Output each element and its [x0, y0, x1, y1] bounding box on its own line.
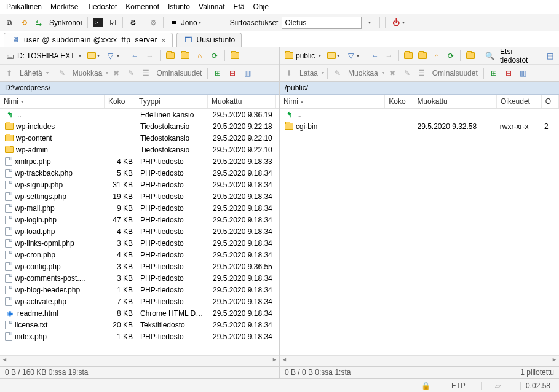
file-row[interactable]: wp-login.php47 KBPHP-tiedosto29.5.2020 9…	[0, 214, 279, 225]
new-minus-button[interactable]: ⊟	[226, 66, 239, 80]
file-row[interactable]: index.php1 KBPHP-tiedosto29.5.2020 9.18.…	[0, 331, 279, 342]
menu-etä[interactable]: Etä	[230, 1, 248, 12]
fwd-button[interactable]: →	[143, 49, 157, 63]
edit-icon[interactable]: ✎	[331, 66, 344, 80]
new-folder-button[interactable]: ⊞	[487, 66, 501, 80]
send-button[interactable]: Lähetä	[17, 69, 45, 77]
menu-istunto[interactable]: Istunto	[164, 1, 194, 12]
file-row[interactable]: ◉readme.html8 KBChrome HTML Do...29.5.20…	[0, 307, 279, 319]
home-button[interactable]: ⌂	[430, 49, 443, 63]
back-button[interactable]: ←	[129, 49, 142, 63]
compare-icon[interactable]: ⧉	[2, 16, 16, 29]
preset-dropdown-icon[interactable]: ▾	[363, 16, 376, 29]
transfer-settings-icon[interactable]: ⚙	[126, 16, 140, 29]
close-session-icon[interactable]: ×	[161, 36, 166, 45]
file-row[interactable]: wp-includesTiedostokansio29.5.2020 9.22.…	[0, 120, 279, 132]
file-row[interactable]: license.txt20 KBTekstitiedosto29.5.2020 …	[0, 319, 279, 331]
local-hscroll[interactable]	[0, 355, 279, 366]
file-row[interactable]: ↰..Edellinen kansio29.5.2020 9.36.19	[0, 109, 279, 120]
edit-button[interactable]: Muokkaa	[346, 69, 381, 77]
open-folder-dropdown[interactable]	[325, 49, 342, 63]
remote-hscroll[interactable]	[280, 355, 559, 366]
menu-merkitse[interactable]: Merkitse	[47, 1, 82, 12]
file-row[interactable]: wp-trackback.php5 KBPHP-tiedosto29.5.202…	[0, 167, 279, 179]
root-button[interactable]	[416, 49, 429, 63]
get-button[interactable]: Lataa	[297, 69, 320, 77]
props-button[interactable]: Ominaisuudet	[154, 69, 204, 77]
menu-ohje[interactable]: Ohje	[250, 1, 272, 12]
home-button[interactable]: ⌂	[193, 49, 207, 63]
edit-button[interactable]: Muokkaa	[70, 69, 105, 77]
remote-dir-select[interactable]: public	[282, 49, 323, 63]
menu-paikallinen[interactable]: Paikallinen	[2, 1, 46, 12]
file-row[interactable]: wp-mail.php9 KBPHP-tiedosto29.5.2020 9.1…	[0, 202, 279, 214]
file-row[interactable]: cgi-bin29.5.2020 9.32.58rwxr-xr-x2	[280, 120, 559, 132]
parent-button[interactable]	[402, 49, 415, 63]
queue-dropdown[interactable]: ≣ Jono	[167, 16, 203, 29]
download-icon[interactable]: ⬇	[282, 66, 296, 80]
new-minus-button[interactable]: ⊟	[502, 66, 515, 80]
file-row[interactable]: xmlrpc.php4 KBPHP-tiedosto29.5.2020 9.18…	[0, 155, 279, 167]
menu-valinnat[interactable]: Valinnat	[195, 1, 228, 12]
bookmark-button[interactable]	[464, 49, 477, 63]
disconnect-dropdown[interactable]: ⏻	[389, 16, 407, 29]
select-mask-button[interactable]: ▥	[240, 66, 254, 80]
filter-dropdown[interactable]: ▽	[343, 49, 362, 63]
file-row[interactable]: wp-activate.php7 KBPHP-tiedosto29.5.2020…	[0, 296, 279, 307]
remote-rows[interactable]: ↰..cgi-bin29.5.2020 9.32.58rwxr-xr-x2	[280, 109, 559, 355]
col-modified[interactable]: Muokattu	[208, 95, 276, 108]
file-row[interactable]: wp-blog-header.php1 KBPHP-tiedosto29.5.2…	[0, 284, 279, 296]
synchronize-button[interactable]: Synkronoi	[47, 18, 84, 27]
edit-icon[interactable]: ✎	[55, 66, 69, 80]
rename-button[interactable]: ✎	[124, 66, 138, 80]
rename-button[interactable]: ✎	[400, 66, 414, 80]
col-permissions[interactable]: Oikeudet	[497, 95, 542, 108]
local-drive-select[interactable]: 🖴 D: TOSHIBA EXT	[2, 49, 84, 63]
fwd-button[interactable]: →	[383, 49, 395, 63]
preferences-icon[interactable]: ☑	[106, 16, 119, 29]
col-type[interactable]: Tyyppi	[135, 95, 208, 108]
remote-path[interactable]: /public/	[280, 82, 559, 95]
root-button[interactable]	[178, 49, 192, 63]
sync-icon[interactable]: ⇆	[32, 16, 46, 29]
file-row[interactable]: ↰..	[280, 109, 559, 120]
local-path[interactable]: D:\wordpress\	[0, 82, 279, 95]
find-files-button[interactable]: Etsi tiedostot	[498, 47, 542, 65]
delete-button[interactable]: ✖	[386, 66, 399, 80]
refresh-button[interactable]: ⟳	[445, 49, 458, 63]
open-folder-dropdown[interactable]	[85, 49, 102, 63]
sync-browse-icon[interactable]: ⟲	[17, 16, 31, 29]
file-row[interactable]: wp-settings.php19 KBPHP-tiedosto29.5.202…	[0, 190, 279, 202]
session-tab-active[interactable]: 🖥 user @ subdomain @xxxx_ftp_server ×	[4, 33, 173, 47]
col-name[interactable]: Nimi▴	[280, 95, 385, 108]
file-row[interactable]: wp-adminTiedostokansio29.5.2020 9.22.10	[0, 144, 279, 155]
props-icon[interactable]: ☰	[139, 66, 153, 80]
delete-button[interactable]: ✖	[109, 66, 123, 80]
file-row[interactable]: wp-cron.php4 KBPHP-tiedosto29.5.2020 9.1…	[0, 249, 279, 261]
upload-icon[interactable]: ⬆	[2, 66, 16, 80]
col-owner[interactable]: O	[542, 95, 559, 108]
col-modified[interactable]: Muokattu	[413, 95, 497, 108]
parent-button[interactable]	[164, 49, 177, 63]
find-icon[interactable]: 🔍	[483, 49, 496, 63]
file-row[interactable]: wp-comments-post....3 KBPHP-tiedosto29.5…	[0, 272, 279, 284]
file-row[interactable]: wp-load.php4 KBPHP-tiedosto29.5.2020 9.1…	[0, 225, 279, 237]
menu-tiedostot[interactable]: Tiedostot	[83, 1, 121, 12]
refresh-button[interactable]: ⟳	[208, 49, 221, 63]
select-mask-button[interactable]: ▥	[517, 66, 530, 80]
new-folder-button[interactable]: ⊞	[211, 66, 224, 80]
new-session-tab[interactable]: 🗔 Uusi istunto	[176, 33, 242, 47]
back-button[interactable]: ←	[368, 49, 381, 63]
file-row[interactable]: wp-links-opml.php3 KBPHP-tiedosto29.5.20…	[0, 237, 279, 249]
props-button[interactable]: Ominaisuudet	[430, 69, 480, 77]
filter-dropdown[interactable]: ▽	[103, 49, 122, 63]
col-name[interactable]: Nimi▾	[0, 95, 105, 108]
console-icon[interactable]: >_	[91, 16, 105, 29]
file-row[interactable]: wp-config.php3 KBPHP-tiedosto29.5.2020 9…	[0, 261, 279, 272]
local-rows[interactable]: ↰..Edellinen kansio29.5.2020 9.36.19wp-i…	[0, 109, 279, 355]
file-row[interactable]: wp-signup.php31 KBPHP-tiedosto29.5.2020 …	[0, 179, 279, 190]
menu-komennot[interactable]: Komennot	[122, 1, 163, 12]
col-size[interactable]: Koko	[385, 95, 413, 108]
preset-select[interactable]	[282, 17, 362, 29]
queue-gear-icon[interactable]: ⚙	[146, 16, 160, 29]
